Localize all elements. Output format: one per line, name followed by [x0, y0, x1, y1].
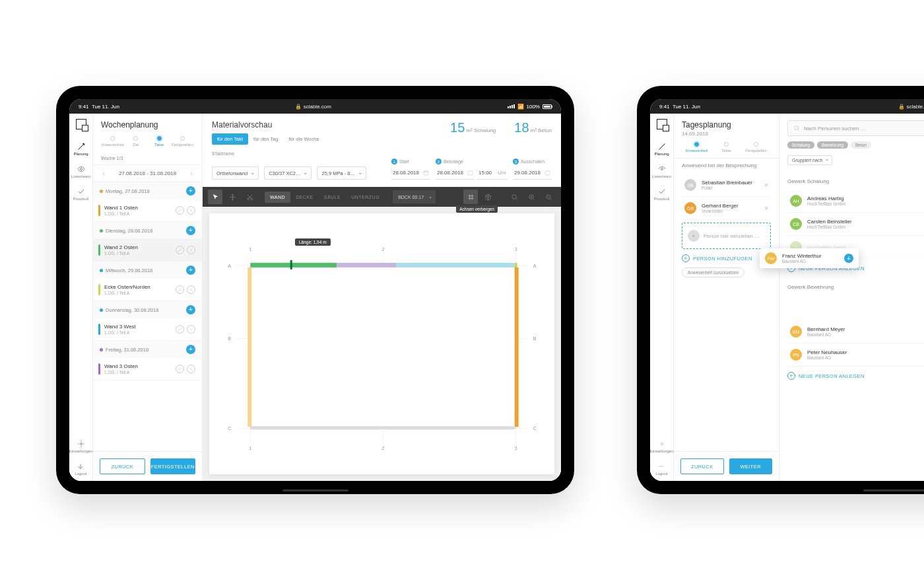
date-range[interactable]: 27.08.2018 - 31.08.2018: [93, 165, 202, 182]
close-icon[interactable]: [187, 246, 195, 254]
nav-settings[interactable]: Einstellungen: [650, 440, 674, 453]
battery-icon: [543, 104, 552, 109]
add-person-link[interactable]: +PERSON HINZUFÜGEN: [682, 249, 771, 268]
nav-logout[interactable]: Logout: [75, 462, 86, 476]
back-button[interactable]: ZURÜCK: [680, 458, 724, 474]
edit-icon[interactable]: [176, 206, 184, 215]
select-mpa[interactable]: 25,9 MPa - 8…: [317, 166, 366, 180]
nav-livestream[interactable]: Livestream: [71, 165, 90, 178]
date-ausschalen[interactable]: 29.08.2018: [513, 166, 552, 180]
scope-tab[interactable]: für die Woche: [283, 133, 324, 145]
step-3[interactable]: Takte: [148, 136, 171, 147]
add-task-button[interactable]: +: [186, 226, 195, 235]
date-start[interactable]: 28.08.2018: [391, 166, 430, 180]
close-icon[interactable]: [187, 206, 195, 215]
next-button[interactable]: WEITER: [729, 458, 773, 474]
svg-point-37: [661, 168, 663, 170]
tool-zoom-fit[interactable]: [507, 190, 521, 204]
time-betonage[interactable]: 15:00 Uhr: [477, 166, 508, 180]
svg-rect-29: [250, 263, 337, 268]
svg-text:B: B: [533, 336, 537, 341]
close-icon[interactable]: [187, 325, 195, 334]
edit-icon[interactable]: [176, 365, 184, 373]
tool-zoom-out[interactable]: [541, 190, 556, 204]
step-2[interactable]: Ziel: [124, 136, 147, 147]
block-select[interactable]: BDCK 00.17: [393, 190, 436, 203]
nav-planung[interactable]: Planung: [654, 143, 669, 156]
step-4[interactable]: Fertigstellen: [171, 136, 194, 147]
nav-logout[interactable]: Logout: [655, 462, 667, 476]
tool-grid[interactable]: [463, 190, 478, 204]
nav-livestream[interactable]: Livestream: [652, 165, 671, 178]
search-input[interactable]: Nach Personen suchen …: [787, 120, 924, 136]
svg-rect-34: [515, 268, 519, 427]
tool-3d[interactable]: [480, 190, 495, 204]
person-card[interactable]: GBGerhard BergerVorarbeiter×: [682, 197, 771, 220]
person-card[interactable]: PNPeter NeuhauserBaustahl AG+: [787, 343, 924, 367]
svg-point-1: [80, 443, 82, 445]
reset-presence[interactable]: Anwesenheit zurücksetzen: [682, 268, 744, 277]
drag-card[interactable]: FW Franz WinterthurBaustahl AG +: [760, 248, 859, 268]
new-person-link-2[interactable]: +NEUE PERSON ANLEGEN: [787, 367, 924, 385]
plan-list[interactable]: Montag, 27.08.2018+Wand 1 Osten1.OG. / T…: [93, 182, 202, 451]
scope-tab[interactable]: für den Takt: [212, 133, 248, 145]
finish-button[interactable]: FERTIGSTELLEN: [150, 458, 196, 474]
remove-icon[interactable]: ×: [764, 182, 768, 189]
task-item[interactable]: Wand 3 Osten1.OG. / Teil A: [93, 358, 202, 380]
person-card[interactable]: BMBernhard MeyerBaustahl AG+: [787, 320, 924, 343]
scope-tab[interactable]: für den Tag: [248, 133, 283, 145]
tool-zoom-in[interactable]: [524, 190, 539, 204]
edit-icon[interactable]: [176, 246, 184, 254]
type-tab[interactable]: SÄULE: [319, 192, 346, 203]
tool-pointer[interactable]: [208, 190, 222, 204]
add-icon: +: [844, 254, 853, 263]
group-by-select[interactable]: Gruppiert nach: [787, 155, 832, 165]
metric-beton: 18m³ Beton: [514, 120, 552, 135]
add-task-button[interactable]: +: [186, 266, 195, 275]
nav-protokoll[interactable]: Protokoll: [73, 188, 88, 201]
step-1[interactable]: Anwesenheit: [101, 136, 124, 147]
task-item[interactable]: Wand 1 Osten1.OG. / Teil A: [93, 199, 202, 222]
nav-settings[interactable]: Einstellungen: [69, 440, 93, 453]
filter-pill[interactable]: Schalung: [787, 141, 814, 149]
back-button[interactable]: ZURÜCK: [100, 458, 145, 474]
floor-canvas[interactable]: 1 2 3 1 2 3 A A B B C C: [209, 213, 554, 474]
step-indicator: Anwesenheit Ziel Takte Fertigstellen: [93, 133, 202, 152]
edit-icon[interactable]: [176, 285, 184, 294]
app-logo[interactable]: [657, 119, 667, 129]
svg-rect-4: [545, 171, 550, 175]
filter-pill[interactable]: Bewehrung: [817, 141, 848, 149]
page-title: Tagesplanung: [682, 120, 771, 129]
person-card[interactable]: CBCarsten BeinstellerHochTiefBau GmbH+: [787, 213, 924, 236]
filter-pill[interactable]: Beton: [851, 141, 871, 149]
nav-protokoll[interactable]: Protokoll: [654, 188, 669, 201]
select-wandtyp[interactable]: Ortbetonwand: [212, 166, 259, 180]
add-task-button[interactable]: +: [186, 186, 195, 196]
select-beton[interactable]: C30/37 XC2…: [264, 166, 312, 180]
week-counter: Woche 1/3: [93, 152, 202, 165]
tool-move[interactable]: [225, 190, 240, 204]
close-icon[interactable]: [187, 365, 195, 373]
person-card[interactable]: AHAndreas HarbigHochTiefBau GmbH+: [787, 190, 924, 213]
drop-zone[interactable]: + Person hier reinziehen …: [682, 223, 771, 249]
nav-planung[interactable]: Planung: [73, 143, 88, 156]
task-item[interactable]: Ecke Osten/Norden1.OG. / Teil A: [93, 279, 202, 301]
tool-cut[interactable]: [242, 190, 257, 204]
week-sidebar: Wochenplanung Anwesenheit Ziel Takte Fer…: [93, 114, 203, 481]
type-tab[interactable]: UNTERZUG: [346, 192, 385, 203]
add-task-button[interactable]: +: [186, 345, 195, 354]
type-tab[interactable]: DECKE: [290, 192, 319, 203]
person-card[interactable]: SBSebastian BreinbauerPolier×: [682, 174, 771, 197]
remove-icon[interactable]: ×: [764, 205, 768, 212]
close-icon[interactable]: [187, 285, 195, 294]
step-2[interactable]: Takte: [711, 142, 741, 153]
add-task-button[interactable]: +: [186, 305, 195, 314]
edit-icon[interactable]: [176, 325, 184, 334]
app-logo[interactable]: [76, 119, 86, 129]
date-betonage[interactable]: 28.08.2018: [436, 166, 475, 180]
task-item[interactable]: Wand 2 Osten1.OG. / Teil A: [93, 239, 202, 262]
step-3[interactable]: Fertigstellen: [741, 142, 771, 153]
type-tab[interactable]: WAND: [265, 192, 290, 203]
task-item[interactable]: Wand 3 West1.OG. / Teil A: [93, 318, 202, 341]
step-1[interactable]: Anwesenheit: [682, 142, 711, 153]
